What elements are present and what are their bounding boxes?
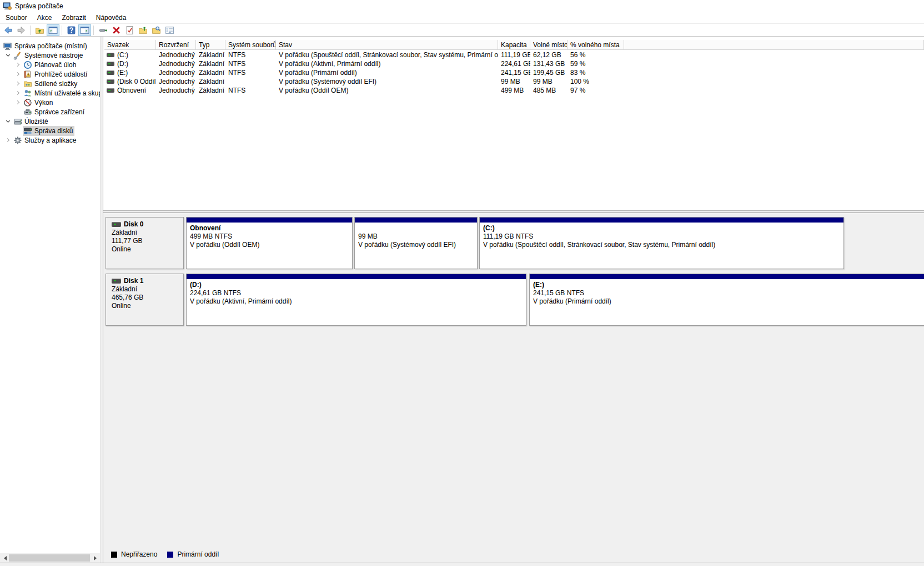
disk-size: 111,77 GB (112, 237, 183, 245)
sidebar-item-task-scheduler[interactable]: Plánovač úloh (0, 60, 100, 69)
disk-0-header[interactable]: Disk 0 Základní 111,77 GB Online (106, 217, 184, 269)
partition-obnoveni[interactable]: Obnovení 499 MB NTFS V pořádku (Oddíl OE… (186, 217, 353, 269)
volume-icon (107, 70, 114, 75)
toolbar-separator (30, 26, 31, 35)
volume-icon (107, 62, 114, 66)
help-button[interactable] (65, 24, 78, 36)
volume-icon (107, 53, 114, 57)
forward-button[interactable] (15, 24, 28, 36)
properties-list-button[interactable] (163, 24, 176, 36)
menu-akce[interactable]: Akce (32, 13, 57, 23)
tools-icon (13, 51, 22, 60)
sidebar-item-local-users-groups[interactable]: Místní uživatelé a skupin (0, 88, 100, 98)
open-folder-button[interactable] (137, 24, 149, 36)
sidebar-item-shared-folders[interactable]: Sdílené složky (0, 79, 100, 88)
explore-folder-icon (152, 26, 161, 35)
sidebar-item-computer-management[interactable]: Správa počítače (místní) (0, 41, 100, 50)
menu-soubor[interactable]: Soubor (1, 13, 32, 23)
expand-arrow-icon[interactable] (3, 50, 13, 60)
scrollbar-thumb[interactable] (9, 554, 90, 562)
back-icon (3, 26, 13, 35)
menu-napoveda[interactable]: Nápověda (91, 13, 132, 23)
volume-row-d[interactable]: (D:) Jednoduchý Základní NTFS V pořádku … (104, 59, 624, 68)
back-button[interactable] (2, 24, 14, 36)
expand-arrow-icon[interactable] (13, 60, 23, 69)
sidebar-item-disk-management[interactable]: Správa disků (0, 126, 100, 135)
sidebar-item-label: Úložiště (24, 118, 48, 125)
storage-icon (13, 117, 22, 126)
properties-list-icon (165, 26, 174, 35)
toolbar-separator (62, 26, 62, 35)
sidebar-item-label: Místní uživatelé a skupin (34, 89, 100, 97)
title-bar: Správa počítače (0, 0, 924, 12)
toolbar-separator (93, 26, 94, 35)
volume-row-obnoveni[interactable]: Obnovení Jednoduchý Základní NTFS V pořá… (104, 86, 624, 95)
open-folder-icon (138, 26, 148, 35)
tool-button[interactable] (97, 24, 109, 36)
sidebar-item-performance[interactable]: Výkon (0, 98, 100, 107)
volume-row-c[interactable]: (C:) Jednoduchý Základní NTFS V pořádku … (104, 50, 624, 59)
expand-arrow-icon[interactable] (13, 69, 23, 79)
show-action-pane-icon (80, 26, 89, 35)
delete-button[interactable] (110, 24, 123, 36)
partition-efi[interactable]: 99 MB V pořádku (Systémový oddíl EFI) (354, 217, 478, 269)
show-action-pane-button[interactable] (78, 24, 91, 36)
legend-label-primary: Primární oddíl (177, 550, 219, 558)
volume-row-e[interactable]: (E:) Jednoduchý Základní NTFS V pořádku … (104, 68, 624, 77)
explore-folder-button[interactable] (150, 24, 163, 36)
partition-e[interactable]: (E:) 241,15 GB NTFS V pořádku (Primární … (529, 274, 924, 326)
disk-row-1: Disk 1 Základní 465,76 GB Online (D:) 22… (106, 274, 924, 326)
column-header-volne-misto[interactable]: Volné místo (530, 40, 568, 49)
console-tree: Správa počítače (místní) Systémové nástr… (0, 41, 100, 145)
show-console-tree-button[interactable] (47, 24, 59, 36)
partition-color-bar (187, 274, 526, 280)
disk-row-0: Disk 0 Základní 111,77 GB Online Obnoven… (106, 217, 924, 269)
sidebar-item-device-manager[interactable]: Správce zařízení (0, 107, 100, 117)
sidebar-item-label: Služby a aplikace (24, 137, 76, 144)
expand-arrow-icon[interactable] (3, 117, 13, 126)
forward-icon (17, 26, 26, 35)
expand-arrow-icon[interactable] (3, 135, 13, 145)
disk-1-header[interactable]: Disk 1 Základní 465,76 GB Online (106, 274, 184, 326)
expand-arrow-icon[interactable] (13, 88, 23, 98)
up-level-folder-icon (35, 26, 44, 35)
column-header-stav[interactable]: Stav (276, 40, 498, 49)
column-header-kapacita[interactable]: Kapacita (498, 40, 530, 49)
disk-management-icon (23, 127, 32, 135)
disk-type: Základní (112, 285, 183, 294)
disk-state: Online (112, 245, 183, 254)
scroll-right-arrow-icon[interactable] (91, 553, 100, 563)
column-header-system-souboru[interactable]: Systém souborů (225, 40, 276, 49)
volume-icon (107, 88, 114, 93)
partition-color-bar (355, 218, 477, 224)
expand-arrow-icon[interactable] (13, 79, 23, 88)
computer-icon (3, 42, 12, 50)
sidebar-item-services-applications[interactable]: Služby a aplikace (0, 135, 100, 145)
partition-c[interactable]: (C:) 111,19 GB NTFS V pořádku (Spouštěcí… (479, 217, 844, 269)
disk-state: Online (112, 302, 183, 310)
console-tree-pane: Správa počítače (místní) Systémové nástr… (0, 37, 100, 563)
sidebar-item-system-tools[interactable]: Systémové nástroje (0, 50, 100, 60)
scroll-left-arrow-icon[interactable] (0, 553, 9, 563)
partition-legend: Nepřiřazeno Primární oddíl (111, 550, 229, 558)
sidebar-item-storage[interactable]: Úložiště (0, 117, 100, 126)
device-manager-icon (23, 108, 32, 117)
column-header-typ[interactable]: Typ (196, 40, 225, 49)
services-icon (13, 136, 22, 145)
sidebar-horizontal-scrollbar[interactable] (0, 553, 100, 563)
expand-arrow-icon[interactable] (13, 98, 23, 107)
volume-list-header: Svazek Rozvržení Typ Systém souborů Stav… (104, 40, 924, 50)
mark-active-button[interactable] (123, 24, 136, 36)
sidebar-item-event-viewer[interactable]: Prohlížeč událostí (0, 69, 100, 79)
window-bottom-border (0, 563, 924, 566)
column-header-svazek[interactable]: Svazek (104, 40, 156, 49)
sidebar-item-label: Správa disků (34, 127, 73, 135)
toolbar (0, 23, 924, 37)
volume-row-disk0-oddil2[interactable]: (Disk 0 Oddíl 2) Jednoduchý Základní V p… (104, 77, 624, 86)
column-header-pct-volneho-mista[interactable]: % volného místa (568, 40, 624, 49)
performance-icon (23, 98, 32, 107)
column-header-rozvrzeni[interactable]: Rozvržení (156, 40, 196, 49)
up-level-button[interactable] (33, 24, 46, 36)
menu-zobrazit[interactable]: Zobrazit (57, 13, 91, 23)
partition-d[interactable]: (D:) 224,61 GB NTFS V pořádku (Aktivní, … (186, 274, 526, 326)
